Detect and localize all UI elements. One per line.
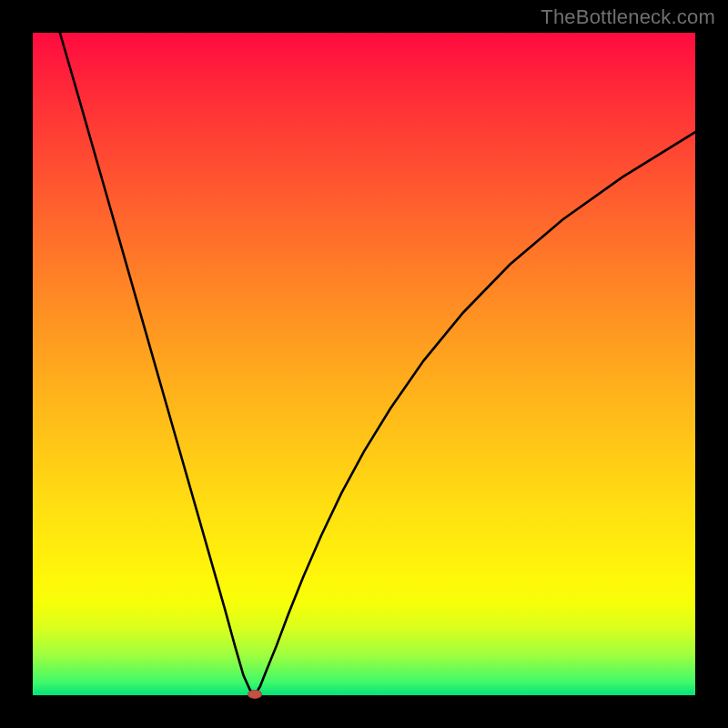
minimum-marker (248, 690, 262, 699)
curve-right-branch (255, 132, 695, 695)
chart-frame: TheBottleneck.com (0, 0, 728, 728)
watermark-text: TheBottleneck.com (541, 5, 715, 29)
plot-area (33, 33, 695, 695)
curve-left-branch (60, 33, 255, 695)
curve-svg (33, 33, 695, 695)
